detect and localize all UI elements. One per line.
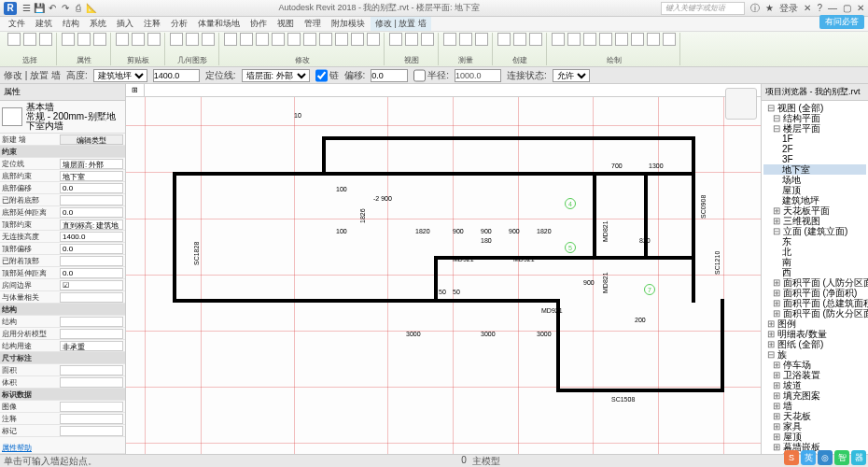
ribbon-btn[interactable] xyxy=(459,33,472,46)
menu-0[interactable]: 文件 xyxy=(4,17,30,31)
ribbon-btn[interactable] xyxy=(351,33,364,46)
ribbon-btn[interactable] xyxy=(367,33,380,46)
prop-value[interactable] xyxy=(60,292,123,303)
ribbon-btn[interactable] xyxy=(147,33,161,46)
ribbon-btn[interactable] xyxy=(389,33,402,46)
prop-value[interactable] xyxy=(60,195,123,205)
tree-item[interactable]: 天花板平面 xyxy=(763,205,866,216)
help-icon[interactable]: ? xyxy=(817,3,822,13)
prop-value[interactable]: 墙层面: 外部 xyxy=(60,159,123,169)
ribbon-btn[interactable] xyxy=(240,33,253,46)
tree-item[interactable]: 建筑地坪 xyxy=(763,195,866,205)
search-input[interactable]: 键入关键字或短语 xyxy=(661,2,745,15)
ribbon-btn[interactable] xyxy=(475,33,488,46)
tree-item[interactable]: 三维视图 xyxy=(763,216,866,226)
prop-value[interactable] xyxy=(60,256,123,266)
join-select[interactable]: 允许 xyxy=(553,69,590,82)
grid-bubble[interactable]: 4 xyxy=(565,198,576,209)
tree-item[interactable]: 墙 xyxy=(763,401,866,411)
star-icon[interactable]: ★ xyxy=(765,3,774,13)
maximize-icon[interactable]: ▢ xyxy=(843,3,851,13)
prop-value[interactable]: 1400.0 xyxy=(60,232,123,242)
tree-item[interactable]: 图纸 (全部) xyxy=(763,339,866,349)
prop-value[interactable] xyxy=(60,377,123,388)
radius-input[interactable] xyxy=(455,69,501,82)
login-button[interactable]: 登录 xyxy=(779,2,798,15)
tree-item[interactable]: 族 xyxy=(763,349,866,360)
tree-item[interactable]: 天花板 xyxy=(763,411,866,421)
ribbon-btn[interactable] xyxy=(62,33,75,46)
prop-value[interactable] xyxy=(60,365,123,375)
tree-item[interactable]: 面积平面 (防火分区面积) xyxy=(763,308,866,318)
tray-icon-3[interactable]: ◎ xyxy=(818,450,833,465)
ribbon-btn[interactable] xyxy=(319,33,332,46)
qat-print-icon[interactable]: ⎙ xyxy=(73,3,84,14)
prop-value[interactable]: 直到标高: 建筑地坪 xyxy=(60,219,123,230)
tree-item[interactable]: 立面 (建筑立面) xyxy=(763,226,866,236)
tree-item[interactable]: 地下室 xyxy=(763,164,866,175)
menu-6[interactable]: 分析 xyxy=(166,17,192,31)
infocenter-icon[interactable]: ⓘ xyxy=(750,2,760,15)
ribbon-btn[interactable] xyxy=(272,33,285,46)
ribbon-btn[interactable] xyxy=(443,33,456,46)
view-tab-active[interactable]: ⊞ xyxy=(126,84,145,96)
tray-icon-2[interactable]: 英 xyxy=(801,450,816,465)
ribbon-btn[interactable] xyxy=(186,33,199,46)
height-select[interactable]: 建筑地坪 xyxy=(93,69,147,82)
menu-5[interactable]: 注释 xyxy=(139,17,165,31)
prop-value[interactable]: 0.0 xyxy=(60,183,123,193)
tree-item[interactable]: 图例 xyxy=(763,318,866,329)
ribbon-btn[interactable] xyxy=(202,33,215,46)
ribbon-btn[interactable] xyxy=(405,33,418,46)
close-icon[interactable]: ✕ xyxy=(857,3,864,13)
tree-item[interactable]: 停车场 xyxy=(763,360,866,370)
ribbon-btn[interactable] xyxy=(529,33,542,46)
prop-value[interactable] xyxy=(60,426,123,436)
tree-item[interactable]: 坡道 xyxy=(763,380,866,390)
tree-item[interactable]: 北 xyxy=(763,247,866,257)
drawing-canvas[interactable]: ⊞ -2 90070013001820900900900182018082090… xyxy=(126,84,761,454)
ribbon-btn[interactable] xyxy=(93,33,106,46)
minimize-icon[interactable]: — xyxy=(828,3,837,13)
grid-bubble[interactable]: 7 xyxy=(644,284,655,295)
menu-11[interactable]: 附加模块 xyxy=(327,17,370,31)
chain-checkbox[interactable] xyxy=(315,69,328,82)
prop-value[interactable]: 非承重 xyxy=(60,341,123,351)
prop-value[interactable]: ☑ xyxy=(60,280,123,290)
tree-item[interactable]: 3F xyxy=(763,154,866,164)
help-me-button[interactable]: 有问必答 xyxy=(819,15,864,29)
qat-open-icon[interactable]: ☰ xyxy=(21,3,32,14)
ribbon-btn[interactable] xyxy=(256,33,269,46)
ribbon-btn[interactable] xyxy=(552,33,565,46)
locline-select[interactable]: 墙层面: 外部 xyxy=(242,69,310,82)
ribbon-btn[interactable] xyxy=(599,33,612,46)
prop-value[interactable] xyxy=(60,329,123,339)
tree-item[interactable]: 面积平面 (人防分区面积) xyxy=(763,277,866,288)
ribbon-btn[interactable] xyxy=(170,33,183,46)
tree-item[interactable]: 场地 xyxy=(763,175,866,185)
properties-tab[interactable]: 属性 xyxy=(0,84,125,101)
tree-item[interactable]: 东 xyxy=(763,236,866,247)
ribbon-btn[interactable] xyxy=(567,33,581,46)
ribbon-btn[interactable] xyxy=(116,33,129,46)
ribbon-btn[interactable] xyxy=(77,33,91,46)
tree-item[interactable]: 1F xyxy=(763,134,866,144)
menu-8[interactable]: 协作 xyxy=(245,17,272,31)
menu-7[interactable]: 体量和场地 xyxy=(193,17,245,31)
ribbon-btn[interactable] xyxy=(615,33,628,46)
ribbon-btn[interactable] xyxy=(335,33,348,46)
ribbon-btn[interactable] xyxy=(39,33,52,46)
radius-checkbox[interactable] xyxy=(413,69,426,82)
exchange-icon[interactable]: ✕ xyxy=(804,3,811,13)
menu-4[interactable]: 插入 xyxy=(112,17,138,31)
tree-item[interactable]: 明细表/数量 xyxy=(763,329,866,339)
type-selector[interactable]: 基本墙常规 - 200mm-别墅地下室内墙 xyxy=(0,101,125,134)
ribbon-btn[interactable] xyxy=(287,33,301,46)
tree-item[interactable]: 面积平面 (总建筑面积) xyxy=(763,298,866,308)
height-input[interactable] xyxy=(153,69,200,82)
qat-measure-icon[interactable]: 📐 xyxy=(86,3,97,14)
tray-icon-5[interactable]: 器 xyxy=(851,450,866,465)
menu-3[interactable]: 系统 xyxy=(85,17,111,31)
tree-item[interactable]: 屋顶 xyxy=(763,185,866,195)
menu-2[interactable]: 结构 xyxy=(58,17,84,31)
